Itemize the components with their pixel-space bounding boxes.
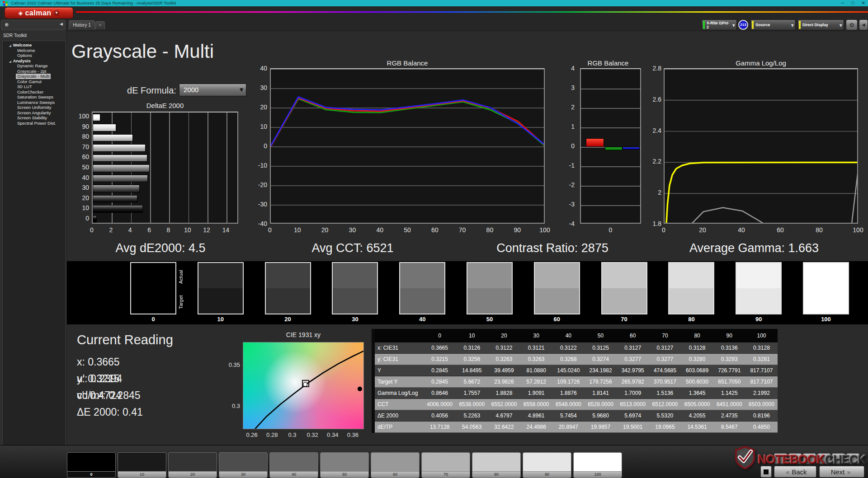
- sidebar-item-grayscale-2pt[interactable]: Grayscale - 2pt: [16, 69, 47, 74]
- display-control-dropdown[interactable]: Direct Display Control ▼: [797, 19, 844, 30]
- table-cell: 0.4056: [424, 410, 456, 421]
- axis-tick-label: 0.3: [226, 403, 240, 409]
- axis-tick-label: 2.2: [647, 158, 661, 165]
- close-icon[interactable]: ✕: [862, 0, 865, 6]
- de-formula-dropdown[interactable]: 2000 ▼: [179, 84, 246, 96]
- panel-collapse-button[interactable]: ◀: [859, 19, 868, 30]
- settings-button[interactable]: ⚙: [846, 19, 858, 30]
- sidebar-item-3d-lut[interactable]: 3D LUT: [16, 84, 33, 89]
- sidebar-item-dynamic-range[interactable]: Dynamic Range: [16, 63, 49, 69]
- axis-tick-label: 20: [693, 226, 712, 234]
- swatch-label: 100: [793, 316, 859, 323]
- deltae-bar-50: [93, 164, 150, 172]
- actual-patch: [669, 263, 713, 288]
- table-row-label: dEITP: [375, 422, 424, 432]
- sidebar-item-luminance-sweeps[interactable]: Luminance Sweeps: [16, 100, 56, 105]
- actual-row-label: Actual: [178, 264, 185, 290]
- sidebar-group-analysis[interactable]: ◢Analysis: [3, 58, 66, 64]
- axis-tick-label: 0: [70, 215, 89, 222]
- actual-patch: [333, 263, 377, 288]
- grayscale-swatch-80: [668, 262, 714, 314]
- pattern-button-0[interactable]: 0: [67, 452, 116, 478]
- gridline: [581, 186, 640, 187]
- table-cell: 0.3263: [488, 354, 520, 365]
- deltae-bar-60: [93, 155, 147, 162]
- axis-tick-label: 2: [104, 226, 118, 234]
- table-cell: 0.3280: [681, 354, 713, 365]
- sidebar-item-colorchecker[interactable]: ColorChecker: [16, 89, 45, 95]
- sidebar-item-screen-stability[interactable]: Screen Stability: [16, 115, 48, 121]
- pattern-button-10[interactable]: 10: [118, 452, 166, 478]
- pattern-swatch: [169, 453, 217, 471]
- pattern-button-40[interactable]: 40: [269, 452, 318, 478]
- deltae-bar-70: [93, 144, 146, 152]
- calman-menu-button[interactable]: ◈ calman ▾: [5, 7, 73, 19]
- sidebar-item-welcome[interactable]: Welcome: [16, 48, 36, 53]
- sidebar-collapse-header[interactable]: ◀: [1, 20, 66, 30]
- meter-dropdown[interactable]: X-Rite i1Pro 2 Direct View ▼: [702, 19, 737, 30]
- source-dropdown[interactable]: Source ▼: [750, 19, 796, 30]
- rgb-balance-line-chart: RGB Balance 403020100-10-20-30-400102030…: [253, 59, 552, 236]
- pattern-button-70[interactable]: 70: [421, 452, 470, 478]
- pattern-button-60[interactable]: 60: [371, 452, 420, 478]
- gridline: [150, 112, 151, 223]
- sidebar-item-color-gamut[interactable]: Color Gamut: [16, 79, 43, 84]
- sidebar-item-options[interactable]: Options: [16, 53, 33, 58]
- table-cell: 4006.0000: [424, 399, 456, 410]
- table-cell: 145.0240: [552, 365, 585, 376]
- pattern-swatch: [371, 453, 419, 471]
- axis-tick-label: 100: [536, 226, 554, 234]
- collapse-left-icon[interactable]: ◀: [60, 22, 63, 26]
- meter-count-badge[interactable]: 213: [738, 20, 748, 30]
- table-cell: 32.6422: [488, 422, 520, 432]
- table-cell: 5.6974: [617, 410, 649, 421]
- deltae-bar-90: [93, 124, 116, 131]
- axis-tick-label: 2.8: [647, 65, 661, 72]
- table-row-label: x: CIE31: [375, 342, 424, 353]
- chart-plot-area: [270, 68, 545, 224]
- sidebar-item-saturation-sweeps[interactable]: Saturation Sweeps: [16, 94, 55, 100]
- table-cell: 1.8876: [552, 388, 585, 398]
- rgb-bar-green: [605, 147, 623, 150]
- table-cell: 726.7791: [713, 365, 745, 376]
- gridline: [226, 112, 227, 223]
- table-cell: 39.4959: [488, 365, 520, 376]
- app-header: ◈ calman ▾: [0, 6, 868, 19]
- gridline: [581, 127, 640, 128]
- table-cell: 0.2845: [424, 365, 456, 376]
- sidebar-item-screen-angularity[interactable]: Screen Angularity: [16, 110, 52, 116]
- table-cell: 0.4850: [745, 422, 778, 432]
- axis-tick-label: 40: [371, 226, 389, 234]
- expander-icon[interactable]: ◢: [9, 44, 11, 47]
- gridline: [169, 112, 170, 223]
- maximize-icon[interactable]: □: [852, 0, 854, 6]
- table-cell: 234.1982: [585, 365, 617, 376]
- deltae-bar-chart: DeltaE 2000 0246810121410090807060504030…: [70, 102, 244, 234]
- axis-tick-label: 4: [561, 65, 575, 72]
- tab-history-1[interactable]: History 1: [69, 20, 95, 30]
- pattern-button-30[interactable]: 30: [219, 452, 268, 478]
- sidebar-item-grayscale-multi[interactable]: Grayscale - Multi: [16, 74, 51, 79]
- grayscale-swatch-50: [467, 262, 513, 314]
- sidebar-item-screen-uniformity[interactable]: Screen Uniformity: [16, 105, 53, 110]
- pattern-button-20[interactable]: 20: [168, 452, 217, 478]
- chart-plot-area: [243, 342, 364, 429]
- gridline: [581, 205, 640, 206]
- table-row: dEITP13.712854.056332.642224.498620.8947…: [375, 422, 778, 433]
- table-row: x: CIE310.36650.31260.31220.31210.31220.…: [375, 342, 778, 354]
- add-tab-button[interactable]: +: [95, 21, 105, 29]
- expander-icon[interactable]: ◢: [9, 60, 11, 63]
- pattern-swatch: [270, 453, 318, 471]
- pattern-button-50[interactable]: 50: [320, 452, 369, 478]
- sidebar-group-welcome[interactable]: ◢Welcome: [3, 42, 66, 48]
- pattern-button-100[interactable]: 100: [573, 452, 622, 478]
- deltae-bar-40: [93, 175, 148, 183]
- target-patch: [131, 288, 175, 314]
- pattern-button-90[interactable]: 90: [523, 452, 571, 478]
- table-header-cell: 30: [520, 329, 552, 342]
- pattern-button-80[interactable]: 80: [472, 452, 521, 478]
- table-cell: 14.5361: [681, 422, 713, 432]
- axis-tick-label: 2.4: [647, 127, 661, 134]
- sidebar-item-spectral-power-dist[interactable]: Spectral Power Dist.: [16, 121, 57, 126]
- minimize-icon[interactable]: ─: [841, 0, 844, 6]
